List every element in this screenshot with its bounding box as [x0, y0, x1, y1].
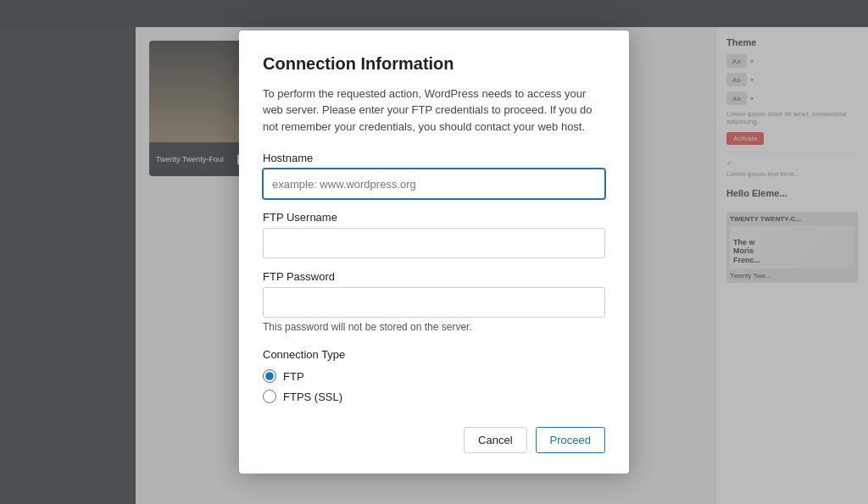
ftp-password-label: FTP Password — [263, 270, 605, 283]
ftp-username-group: FTP Username — [263, 211, 605, 258]
radio-ftps[interactable]: FTPS (SSL) — [263, 390, 605, 403]
hostname-group: Hostname — [263, 152, 605, 199]
ftp-password-group: FTP Password This password will not be s… — [263, 270, 605, 333]
hostname-label: Hostname — [263, 152, 605, 164]
ftp-password-input[interactable] — [263, 287, 605, 318]
modal-footer: Cancel Proceed — [263, 427, 605, 453]
radio-ftp-label: FTP — [283, 370, 304, 383]
connection-type-group: Connection Type FTP FTPS (SSL) — [263, 348, 605, 403]
radio-ftp[interactable]: FTP — [263, 369, 605, 383]
radio-ftps-input[interactable] — [263, 390, 276, 403]
modal-description: To perform the requested action, WordPre… — [263, 86, 605, 136]
hostname-input[interactable] — [263, 169, 605, 199]
ftp-username-input[interactable] — [263, 228, 605, 258]
connection-type-label: Connection Type — [263, 348, 605, 361]
radio-ftp-input[interactable] — [263, 369, 276, 383]
ftp-password-hint: This password will not be stored on the … — [263, 321, 605, 333]
connection-info-modal: Connection Information To perform the re… — [239, 30, 629, 474]
modal-backdrop: Connection Information To perform the re… — [0, 0, 868, 504]
ftp-username-label: FTP Username — [263, 211, 605, 224]
modal-title: Connection Information — [263, 54, 605, 74]
proceed-button[interactable]: Proceed — [536, 427, 605, 453]
cancel-button[interactable]: Cancel — [464, 427, 526, 453]
radio-ftps-label: FTPS (SSL) — [283, 390, 342, 403]
